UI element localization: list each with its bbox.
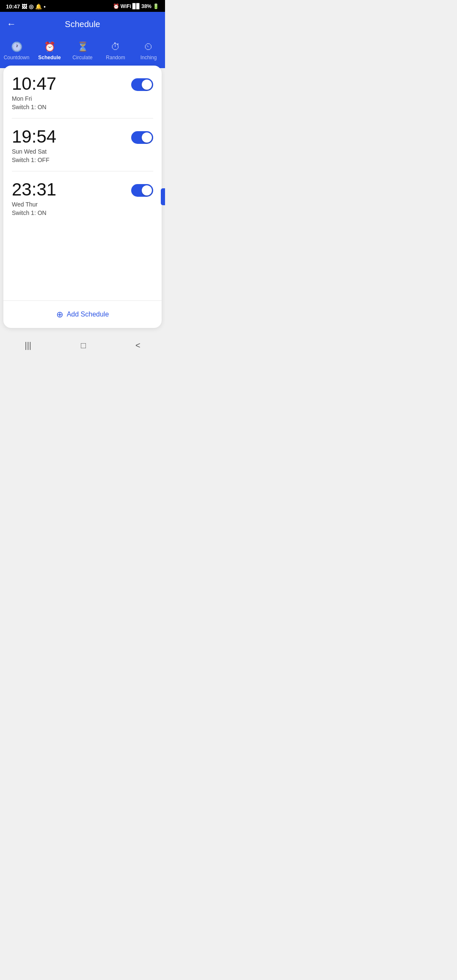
- side-indicator: [161, 188, 165, 205]
- inching-icon: ⏲: [144, 41, 153, 52]
- battery-icon: 🔋: [153, 3, 159, 9]
- schedule-time-1: 19:54: [12, 128, 56, 146]
- schedule-info-0: 10:47 Mon Fri Switch 1: ON: [12, 75, 56, 110]
- dot-icon: •: [44, 3, 46, 10]
- add-schedule-label: Add Schedule: [67, 311, 109, 318]
- tab-countdown[interactable]: 🕐 Countdown: [0, 40, 33, 62]
- schedule-time-0: 10:47: [12, 75, 56, 93]
- add-schedule-button[interactable]: ⊕ Add Schedule: [3, 300, 162, 328]
- schedule-row-1: 19:54 Sun Wed Sat Switch 1: OFF: [12, 128, 153, 163]
- tab-schedule[interactable]: ⏰ Schedule: [33, 40, 66, 62]
- status-right: ⏰ WiFi ▊▊ 38% 🔋: [113, 3, 159, 9]
- toggle-1[interactable]: [131, 131, 153, 144]
- inching-label: Inching: [140, 55, 157, 61]
- schedule-list: 10:47 Mon Fri Switch 1: ON 19:54 Sun Wed…: [3, 66, 162, 300]
- bottom-nav: ||| □ <: [0, 332, 165, 361]
- schedule-icon: ⏰: [44, 41, 55, 52]
- tab-inching[interactable]: ⏲ Inching: [132, 40, 165, 62]
- wifi-icon: WiFi: [121, 3, 131, 9]
- tab-random[interactable]: ⏱ Random: [99, 40, 132, 62]
- schedule-info-1: 19:54 Sun Wed Sat Switch 1: OFF: [12, 128, 56, 163]
- countdown-label: Countdown: [4, 55, 30, 61]
- schedule-days-1: Sun Wed Sat: [12, 148, 56, 155]
- schedule-action-2: Switch 1: ON: [12, 209, 56, 216]
- time-display: 10:47: [6, 3, 20, 10]
- countdown-icon: 🕐: [11, 41, 22, 52]
- circle-icon: ◎: [29, 3, 33, 10]
- page-title: Schedule: [65, 19, 100, 29]
- circulate-icon: ⏳: [77, 41, 88, 52]
- alarm-icon: ⏰: [113, 3, 119, 9]
- home-button[interactable]: □: [72, 338, 94, 353]
- toggle-2[interactable]: [131, 184, 153, 197]
- add-circle-icon: ⊕: [56, 309, 63, 319]
- schedule-item-0[interactable]: 10:47 Mon Fri Switch 1: ON: [12, 66, 153, 118]
- schedule-action-1: Switch 1: OFF: [12, 157, 56, 163]
- schedule-row-2: 23:31 Wed Thur Switch 1: ON: [12, 181, 153, 216]
- schedule-row-0: 10:47 Mon Fri Switch 1: ON: [12, 75, 153, 110]
- toggle-knob-2: [142, 185, 152, 195]
- tab-bar: 🕐 Countdown ⏰ Schedule ⏳ Circulate ⏱ Ran…: [0, 36, 165, 68]
- tab-circulate[interactable]: ⏳ Circulate: [66, 40, 99, 62]
- app-header: ← Schedule: [0, 12, 165, 36]
- toggle-knob-0: [142, 80, 152, 90]
- back-nav-button[interactable]: <: [127, 338, 149, 353]
- status-left: 10:47 🖼 ◎ 🔔 •: [6, 3, 46, 10]
- battery-display: 38%: [141, 3, 151, 9]
- schedule-item-2[interactable]: 23:31 Wed Thur Switch 1: ON: [12, 171, 153, 224]
- schedule-time-2: 23:31: [12, 181, 56, 198]
- random-icon: ⏱: [111, 41, 120, 52]
- schedule-item-1[interactable]: 19:54 Sun Wed Sat Switch 1: OFF: [12, 118, 153, 171]
- schedule-info-2: 23:31 Wed Thur Switch 1: ON: [12, 181, 56, 216]
- schedule-days-0: Mon Fri: [12, 95, 56, 102]
- menu-button[interactable]: |||: [16, 338, 40, 353]
- circulate-label: Circulate: [72, 55, 92, 61]
- random-label: Random: [106, 55, 125, 61]
- bell-icon: 🔔: [35, 3, 42, 10]
- toggle-0[interactable]: [131, 78, 153, 91]
- photo-icon: 🖼: [22, 3, 27, 10]
- content-card: 10:47 Mon Fri Switch 1: ON 19:54 Sun Wed…: [3, 66, 162, 328]
- back-button[interactable]: ←: [7, 19, 16, 30]
- signal-icon: ▊▊: [132, 3, 140, 9]
- schedule-action-0: Switch 1: ON: [12, 104, 56, 110]
- status-bar: 10:47 🖼 ◎ 🔔 • ⏰ WiFi ▊▊ 38% 🔋: [0, 0, 165, 12]
- schedule-days-2: Wed Thur: [12, 201, 56, 208]
- schedule-label: Schedule: [38, 55, 61, 61]
- toggle-knob-1: [142, 132, 152, 143]
